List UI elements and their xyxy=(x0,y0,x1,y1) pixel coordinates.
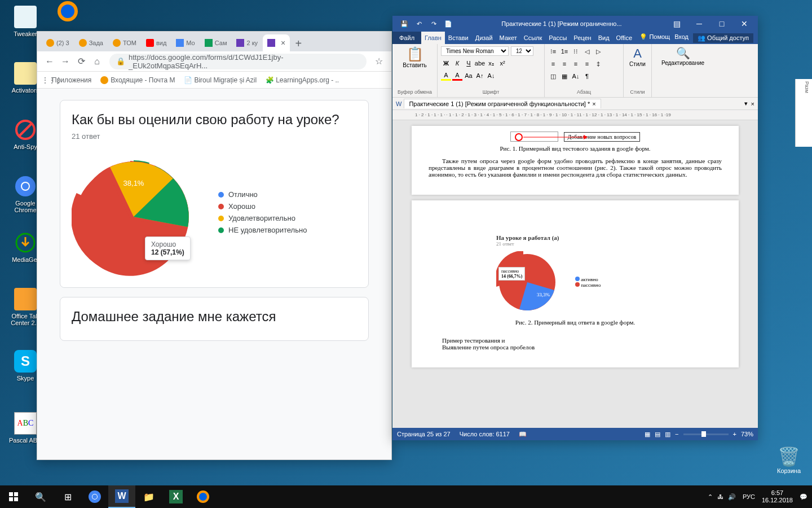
document-page[interactable]: Добавление новых вопросов Рис. 1. Пример… xyxy=(412,126,739,195)
zoom-level[interactable]: 73% xyxy=(741,431,753,437)
new-tab-button[interactable]: + xyxy=(290,36,306,51)
clock[interactable]: 6:57 16.12.2018 xyxy=(762,489,793,504)
tab-mailings[interactable]: Рассы xyxy=(545,32,570,44)
chrome-tab[interactable]: Сам xyxy=(200,34,232,51)
italic-button[interactable]: К xyxy=(452,58,462,68)
page-indicator[interactable]: Страница 25 из 27 xyxy=(397,431,451,437)
strike-button[interactable]: abe xyxy=(475,58,485,68)
superscript-button[interactable]: x² xyxy=(497,58,508,68)
recycle-bin[interactable]: 🗑️ Корзина xyxy=(777,446,801,474)
justify-button[interactable]: ≡ xyxy=(582,59,592,69)
tab-office[interactable]: Office xyxy=(613,32,636,44)
save-icon[interactable]: 💾 xyxy=(399,19,409,29)
tab-layout[interactable]: Макет xyxy=(496,32,520,44)
show-marks-button[interactable]: ¶ xyxy=(582,71,592,81)
login-button[interactable]: Вход xyxy=(674,33,689,43)
taskbar-explorer[interactable]: 📁 xyxy=(135,485,162,508)
view-web-icon[interactable]: ▥ xyxy=(665,431,670,438)
taskbar-firefox[interactable] xyxy=(189,485,217,508)
help-button[interactable]: 💡 Помощ xyxy=(639,33,670,43)
change-case-button[interactable]: Aa xyxy=(464,71,474,81)
font-size-select[interactable]: 12 xyxy=(511,46,533,56)
notifications-icon[interactable]: 💬 xyxy=(800,493,807,501)
bookmark-item[interactable]: 🧩LearningApps.org - .. xyxy=(266,76,339,84)
subscript-button[interactable]: x₂ xyxy=(486,58,496,68)
desktop-icon-firefox[interactable] xyxy=(48,0,87,25)
highlight-button[interactable]: A xyxy=(441,71,451,81)
chrome-tab[interactable]: 2 ку xyxy=(232,34,262,51)
align-right-button[interactable]: ≡ xyxy=(571,59,581,69)
chrome-tab-active[interactable]: × xyxy=(263,34,290,51)
styles-icon[interactable]: A xyxy=(627,46,648,61)
shading-button[interactable]: ◫ xyxy=(548,71,558,81)
view-print-icon[interactable]: ▦ xyxy=(645,431,650,438)
taskbar-word[interactable]: W xyxy=(108,485,135,508)
numbering-button[interactable]: 1≡ xyxy=(559,46,570,56)
tab-references[interactable]: Ссылк xyxy=(520,32,546,44)
address-bar[interactable]: 🔒 https://docs.google.com/forms/d/1CWdJ1… xyxy=(109,54,367,69)
home-button[interactable]: ⌂ xyxy=(89,54,105,69)
search-button[interactable]: 🔍 xyxy=(27,485,54,508)
language-indicator[interactable]: РУС xyxy=(743,493,755,500)
bookmark-item[interactable]: 📄Biroul Migrație și Azil xyxy=(184,76,257,84)
chrome-tab[interactable]: (2) 3 xyxy=(42,34,74,51)
grow-font-button[interactable]: A↑ xyxy=(475,71,485,81)
share-button[interactable]: 👥 Общий доступ xyxy=(693,33,753,43)
chrome-tab[interactable]: Зада xyxy=(74,34,108,51)
align-center-button[interactable]: ≡ xyxy=(559,59,570,69)
underline-button[interactable]: Ч xyxy=(464,58,474,68)
edge-window-peek[interactable]: Разм xyxy=(795,79,812,147)
find-icon[interactable]: 🔍 xyxy=(655,46,710,60)
font-color-button[interactable]: A xyxy=(452,71,462,81)
zoom-out-button[interactable]: − xyxy=(675,431,678,437)
minimize-button[interactable]: ─ xyxy=(688,16,710,32)
shrink-font-button[interactable]: A↓ xyxy=(486,71,496,81)
apps-button[interactable]: ⋮⋮⋮Приложения xyxy=(42,76,91,84)
chrome-tab[interactable]: Мо xyxy=(171,34,199,51)
bold-button[interactable]: Ж xyxy=(441,58,451,68)
close-tab-icon[interactable]: × xyxy=(281,38,285,47)
chrome-tab[interactable]: ТОМ xyxy=(108,34,141,51)
word-count[interactable]: Число слов: 6117 xyxy=(460,431,510,437)
taskview-button[interactable]: ⊞ xyxy=(54,485,81,508)
star-button[interactable]: ☆ xyxy=(371,54,387,69)
tab-home[interactable]: Главн xyxy=(421,32,445,44)
zoom-in-button[interactable]: + xyxy=(733,431,736,437)
document-page[interactable]: На уроке я работал (а) 21 ответ 33,3% ак… xyxy=(412,200,739,367)
new-doc-icon[interactable]: 📄 xyxy=(443,19,453,29)
back-button[interactable]: ← xyxy=(42,54,58,69)
borders-button[interactable]: ▦ xyxy=(559,71,570,81)
line-spacing-button[interactable]: ‡ xyxy=(593,59,603,69)
forward-button[interactable]: → xyxy=(58,54,73,69)
taskbar-excel[interactable]: X xyxy=(162,485,189,508)
bullets-button[interactable]: ⁝≡ xyxy=(548,46,558,56)
tab-close-icon[interactable]: × xyxy=(751,100,754,107)
undo-icon[interactable]: ↶ xyxy=(414,19,424,29)
ribbon-options-icon[interactable]: ▤ xyxy=(665,16,688,32)
tab-design[interactable]: Дизай xyxy=(472,32,496,44)
horizontal-ruler[interactable]: 1 · 2 · 1 · 1 · 1 · · 1 · 1 · 2 · 1 · 3 … xyxy=(392,110,758,120)
multilevel-button[interactable]: ⁝⁝ xyxy=(571,46,581,56)
tray-chevron-icon[interactable]: ⌃ xyxy=(708,493,713,501)
paste-icon[interactable]: 📋 xyxy=(396,46,434,62)
font-family-select[interactable]: Times New Roman xyxy=(441,46,509,56)
tray-network-icon[interactable]: 🖧 xyxy=(717,493,723,501)
align-left-button[interactable]: ≡ xyxy=(548,59,558,69)
maximize-button[interactable]: □ xyxy=(710,16,733,32)
redo-icon[interactable]: ↷ xyxy=(429,19,439,29)
chrome-tab[interactable]: вид xyxy=(142,34,171,51)
tab-dropdown-icon[interactable]: ▾ xyxy=(744,100,748,107)
close-doc-icon[interactable]: × xyxy=(592,100,595,107)
document-tab[interactable]: Практические 1 (1) [Режим ограниченной ф… xyxy=(404,99,601,108)
tab-file[interactable]: Файл xyxy=(392,32,421,44)
document-area[interactable]: 1 · 2 · 1 · 1 · 1 · · 1 · 1 · 2 · 1 · 3 … xyxy=(392,110,758,428)
indent-right-button[interactable]: ▷ xyxy=(593,46,603,56)
close-button[interactable]: ✕ xyxy=(733,16,756,32)
start-button[interactable] xyxy=(0,485,27,508)
tray-volume-icon[interactable]: 🔊 xyxy=(728,493,736,501)
bookmark-item[interactable]: Входящие - Почта М xyxy=(100,76,175,84)
indent-left-button[interactable]: ◁ xyxy=(582,46,592,56)
tab-insert[interactable]: Встави xyxy=(445,32,472,44)
sort-button[interactable]: A↓ xyxy=(571,71,581,81)
view-read-icon[interactable]: ▤ xyxy=(655,431,660,438)
